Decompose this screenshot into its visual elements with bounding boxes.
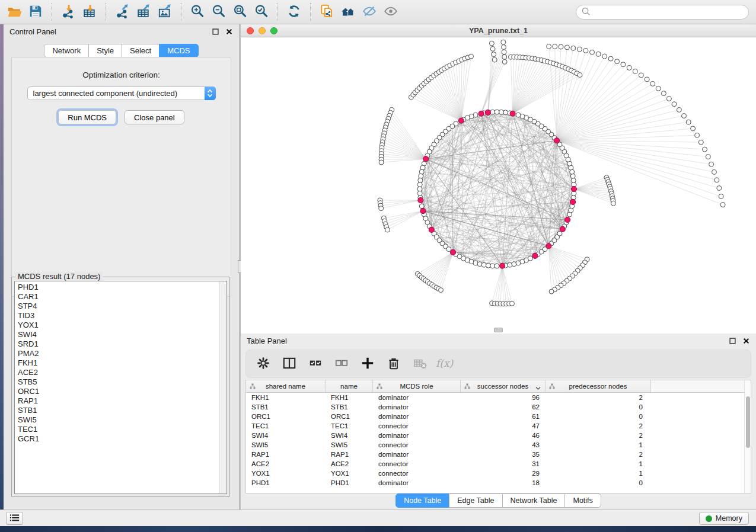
mcds-result-list: PHD1CAR1STP4TID3YOX1SWI4SRD1PMA2FKH1ACE2… [14, 281, 227, 494]
table-cell: 2 [546, 393, 651, 402]
export-network-button[interactable] [111, 1, 133, 23]
tab-motifs[interactable]: Motifs [564, 493, 601, 508]
table-row[interactable]: PHD1PHD1dominator180 [246, 478, 744, 488]
run-mcds-button[interactable]: Run MCDS [58, 110, 116, 124]
open-file-button[interactable] [4, 1, 25, 23]
column-header-predecessor-nodes[interactable]: predecessor nodes [546, 380, 651, 392]
mcds-result-item[interactable]: SRD1 [18, 339, 218, 349]
settings-button[interactable] [253, 354, 273, 374]
memory-button[interactable]: Memory [699, 512, 749, 525]
tab-edge-table[interactable]: Edge Table [449, 493, 502, 508]
search-input[interactable] [594, 8, 748, 17]
column-header-name[interactable]: name [326, 380, 373, 392]
mcds-result-item[interactable]: ORC1 [18, 387, 218, 396]
tab-network-table[interactable]: Network Table [502, 493, 566, 508]
table-cell: 96 [461, 393, 546, 402]
float-panel-icon[interactable] [211, 27, 219, 36]
mcds-result-item[interactable]: STB1 [18, 406, 218, 415]
zoom-out-button[interactable] [208, 1, 229, 23]
search-icon [581, 7, 591, 18]
export-table-icon [136, 4, 151, 21]
mcds-result-item[interactable]: ACE2 [18, 368, 218, 377]
table-row[interactable]: SWI4SWI4dominator462 [246, 431, 744, 440]
search-box [576, 5, 749, 20]
table-row[interactable]: ACE2ACE2connector311 [246, 459, 744, 469]
tab-mcds[interactable]: MCDS [159, 44, 198, 57]
network-table-splitter-handle[interactable] [494, 328, 503, 332]
table-row[interactable]: ORC1ORC1dominator610 [246, 412, 744, 421]
deselect-all-button[interactable] [331, 354, 352, 374]
memory-status-icon [706, 515, 712, 522]
export-table-button[interactable] [133, 1, 154, 23]
network-canvas[interactable]: .e{stroke:#8f8f8f;stroke-opacity:.42;str… [241, 37, 756, 334]
mcds-result-item[interactable]: SWI4 [18, 330, 218, 339]
close-panel-icon[interactable] [225, 27, 233, 36]
table-scrollbar[interactable] [744, 380, 751, 493]
mcds-result-item[interactable]: SWI5 [18, 415, 218, 425]
network-titlebar: YPA_prune.txt_1 [241, 24, 756, 37]
import-network-button[interactable] [58, 1, 79, 23]
table-cell: dominator [373, 393, 461, 402]
result-scrollbar[interactable] [219, 281, 227, 493]
table-cell: SWI4 [246, 431, 326, 440]
mcds-result-item[interactable]: PHD1 [18, 283, 218, 292]
mcds-result-item[interactable]: STP4 [18, 302, 218, 311]
close-table-panel-icon[interactable] [742, 336, 750, 345]
table-cell: RAP1 [246, 450, 326, 459]
export-image-button[interactable] [154, 1, 176, 23]
mcds-result-item[interactable]: CAR1 [18, 292, 218, 302]
mcds-result-item[interactable]: GCR1 [18, 434, 218, 444]
hide-selected-button[interactable] [359, 1, 380, 23]
toolbar-separator [106, 3, 106, 21]
add-column-button[interactable] [358, 354, 378, 374]
table-row[interactable]: STB1STB1dominator620 [246, 402, 744, 412]
table-cell: 0 [546, 478, 651, 488]
zoom-in-button[interactable] [187, 1, 208, 23]
zoom-selected-button[interactable] [251, 1, 272, 23]
table-cell: SWI4 [326, 431, 373, 440]
node-table: shared namenameMCDS rolesuccessor nodesp… [245, 380, 751, 493]
mcds-result-item[interactable]: TEC1 [18, 425, 218, 434]
table-row[interactable]: TEC1TEC1connector472 [246, 421, 744, 431]
mcds-result-item[interactable]: RAP1 [18, 396, 218, 406]
apply-layout-button[interactable] [283, 1, 305, 23]
network-window: YPA_prune.txt_1 .e{stroke:#8f8f8f;stroke… [241, 24, 756, 334]
select-all-button[interactable] [305, 354, 326, 374]
tab-network[interactable]: Network [44, 44, 89, 57]
table-cell: ACE2 [246, 459, 326, 469]
copy-network-button[interactable] [316, 1, 337, 23]
tab-style[interactable]: Style [88, 44, 122, 57]
column-header-MCDS-role[interactable]: MCDS role [373, 380, 461, 392]
column-label: MCDS role [400, 383, 433, 390]
column-header-successor-nodes[interactable]: successor nodes [461, 380, 546, 392]
import-table-button[interactable] [79, 1, 100, 23]
float-table-panel-icon[interactable] [728, 336, 736, 345]
table-row[interactable]: RAP1RAP1dominator352 [246, 450, 744, 459]
criterion-dropdown[interactable]: largest connected component (undirected) [27, 86, 216, 100]
table-scrollbar-thumb[interactable] [746, 396, 750, 448]
mcds-result-item[interactable]: TID3 [18, 311, 218, 321]
panels-list-button[interactable] [6, 512, 23, 525]
table-cell: 43 [461, 440, 546, 450]
control-panel-header: Control Panel [4, 24, 239, 39]
column-header-shared-name[interactable]: shared name [246, 380, 326, 392]
zoom-out-icon [211, 4, 227, 21]
first-neighbors-button[interactable] [337, 1, 359, 23]
mcds-result-item[interactable]: YOX1 [18, 321, 218, 330]
save-session-button[interactable] [25, 1, 46, 23]
table-row[interactable]: SWI5SWI5connector431 [246, 440, 744, 450]
show-all-button[interactable] [380, 1, 401, 23]
close-panel-button[interactable]: Close panel [125, 110, 184, 124]
mcds-result-item[interactable]: PMA2 [18, 349, 218, 358]
network-graph[interactable]: .e{stroke:#8f8f8f;stroke-opacity:.42;str… [241, 37, 756, 334]
split-view-button[interactable] [279, 354, 299, 374]
delete-columns-button[interactable] [384, 354, 404, 374]
mcds-result-item[interactable]: STB5 [18, 377, 218, 387]
tab-select[interactable]: Select [122, 44, 160, 57]
table-cell: STB1 [246, 402, 326, 412]
table-row[interactable]: YOX1YOX1connector291 [246, 469, 744, 478]
table-row[interactable]: FKH1FKH1dominator962 [246, 393, 744, 402]
zoom-fit-button[interactable] [229, 1, 251, 23]
tab-node-table[interactable]: Node Table [395, 493, 449, 508]
mcds-result-item[interactable]: FKH1 [18, 358, 218, 368]
